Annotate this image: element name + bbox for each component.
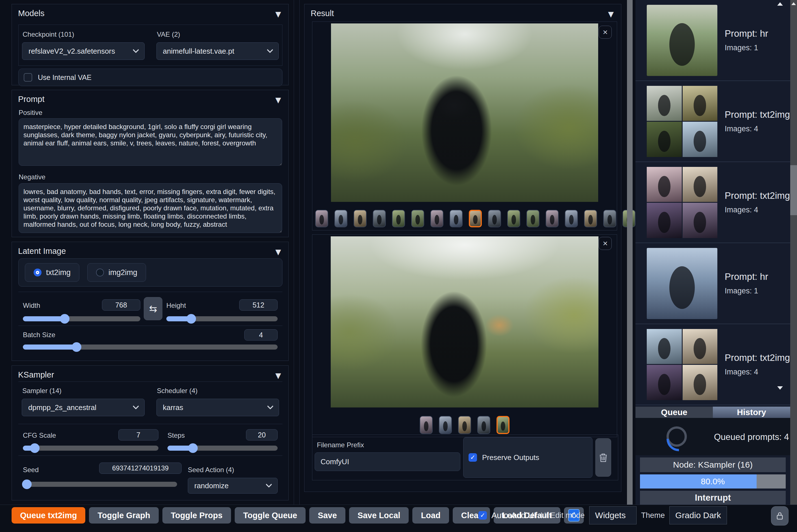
history-item[interactable]: Prompt: hr Images: 1 <box>635 0 790 81</box>
seed-slider[interactable] <box>23 482 177 487</box>
scroll-up-icon[interactable] <box>777 2 783 6</box>
height-slider[interactable] <box>166 316 278 321</box>
radio-selected-icon <box>34 268 41 277</box>
delete-outputs-button[interactable] <box>595 438 611 477</box>
gallery-thumbnail[interactable] <box>354 210 366 227</box>
vae-value: animefull-latest.vae.pt <box>163 47 234 56</box>
history-prompt-label: Prompt: txt2img <box>725 109 790 120</box>
auto-add-ui-checkbox[interactable]: ✓ <box>478 511 487 519</box>
history-item[interactable]: Prompt: hr Images: 1 <box>635 243 790 324</box>
load-button[interactable]: Load <box>412 507 449 524</box>
width-label: Width <box>23 302 40 309</box>
collapse-prompt-icon[interactable]: ▼ <box>276 96 281 104</box>
result-image-card-2: × <box>312 234 617 437</box>
collapse-latent-icon[interactable]: ▼ <box>276 248 281 256</box>
scheduler-select[interactable]: karras <box>156 399 279 416</box>
main-scrollbar[interactable] <box>627 0 633 505</box>
gallery-thumbnail[interactable] <box>431 210 443 227</box>
gallery-thumbnail-selected[interactable] <box>496 416 510 434</box>
width-input[interactable]: 768 <box>102 299 140 310</box>
cfg-scale-input[interactable]: 7 <box>118 429 158 440</box>
gallery-thumbnail[interactable] <box>373 210 386 227</box>
prompt-section: Prompt ▼ Positive masterpiece, hyper det… <box>12 90 289 237</box>
checkpoint-select[interactable]: refslaveV2_v2.safetensors <box>22 42 145 60</box>
use-internal-vae-checkbox[interactable] <box>24 73 32 82</box>
batch-size-slider[interactable] <box>23 344 278 349</box>
scroll-up-icon[interactable] <box>791 2 796 5</box>
gallery-thumbnail[interactable] <box>458 416 471 434</box>
collapse-models-icon[interactable]: ▼ <box>276 10 281 18</box>
steps-slider[interactable] <box>168 445 278 451</box>
widgets-select[interactable]: Widgets <box>589 506 637 525</box>
history-item[interactable]: Prompt: txt2img Images: 4 <box>635 81 790 162</box>
vae-select[interactable]: animefull-latest.vae.pt <box>156 42 279 60</box>
result-image-1[interactable] <box>331 23 598 202</box>
cfg-scale-slider[interactable] <box>23 445 158 451</box>
toggle-graph-button[interactable]: Toggle Graph <box>89 507 158 524</box>
history-item[interactable]: Prompt: txt2img Images: 4 <box>635 162 790 243</box>
cfg-steps-group: CFG Scale 7 Steps 20 <box>18 424 282 455</box>
use-internal-vae-label: Use Internal VAE <box>38 73 92 82</box>
gallery-thumbnail[interactable] <box>546 210 558 227</box>
gallery-thumbnail[interactable] <box>477 416 490 434</box>
interrupt-button[interactable]: Interrupt <box>640 491 786 505</box>
checkpoint-label: Checkpoint (101) <box>23 31 145 38</box>
gallery-thumbnail[interactable] <box>584 210 597 227</box>
negative-prompt-input[interactable]: lowres, bad anatomy, bad hands, text, er… <box>19 183 282 233</box>
gallery-thumbnail[interactable] <box>315 210 328 227</box>
seed-action-select[interactable]: randomize <box>188 478 278 494</box>
window-scrollbar[interactable] <box>790 0 797 505</box>
mode-img2img-radio[interactable]: img2img <box>87 263 146 282</box>
close-image-2-button[interactable]: × <box>599 237 612 250</box>
filename-prefix-input[interactable]: ComfyUI <box>315 452 460 471</box>
tab-history[interactable]: History <box>713 406 790 418</box>
collapse-result-icon[interactable]: ▼ <box>608 10 614 18</box>
gallery-thumbnail[interactable] <box>439 416 452 434</box>
gallery-thumbnail-selected[interactable] <box>469 210 482 227</box>
gallery-thumbnail[interactable] <box>450 210 462 227</box>
scrollbar-thumb[interactable] <box>790 165 797 215</box>
gallery-thumbnail[interactable] <box>392 210 405 227</box>
models-group: Checkpoint (101) refslaveV2_v2.safetenso… <box>18 24 282 66</box>
lock-button[interactable] <box>771 506 789 526</box>
steps-input[interactable]: 20 <box>246 429 278 440</box>
history-thumbnail <box>647 5 717 76</box>
gallery-thumbnail[interactable] <box>420 416 433 434</box>
history-prompt-label: Prompt: txt2img <box>725 190 790 201</box>
gallery-thumbnail[interactable] <box>507 210 520 227</box>
gallery-thumbnail[interactable] <box>488 210 501 227</box>
swap-dimensions-button[interactable]: ⇆ <box>144 297 163 320</box>
scroll-down-icon[interactable] <box>777 386 783 390</box>
close-image-1-button[interactable]: × <box>599 26 612 39</box>
gallery-thumbnail[interactable] <box>411 210 424 227</box>
height-label: Height <box>166 302 186 309</box>
theme-select[interactable]: Gradio Dark <box>669 506 727 525</box>
width-slider[interactable] <box>23 316 140 321</box>
preserve-outputs-row: ✓ Preserve Outputs <box>463 437 592 478</box>
gallery-thumbnail[interactable] <box>527 210 539 227</box>
sampler-select[interactable]: dpmpp_2s_ancestral <box>22 399 145 416</box>
height-input[interactable]: 512 <box>239 299 278 310</box>
history-item[interactable]: Prompt: txt2img Images: 4 <box>635 324 790 405</box>
save-local-button[interactable]: Save Local <box>349 507 409 524</box>
progress-percent-text: 80.0% <box>640 477 786 486</box>
queue-txt2img-button[interactable]: Queue txt2img <box>12 507 85 524</box>
collapse-ksampler-icon[interactable]: ▼ <box>276 371 281 380</box>
history-thumbnail-grid <box>647 167 717 238</box>
save-button[interactable]: Save <box>309 507 345 524</box>
gallery-thumbnail[interactable] <box>335 210 347 227</box>
toggle-props-button[interactable]: Toggle Props <box>163 507 231 524</box>
tab-queue[interactable]: Queue <box>635 406 713 418</box>
sampler-value: dpmpp_2s_ancestral <box>28 403 96 412</box>
gallery-thumbnail[interactable] <box>603 210 616 227</box>
batch-size-input[interactable]: 4 <box>244 329 278 341</box>
lock-icon <box>776 512 783 520</box>
result-title: Result <box>311 9 334 18</box>
mode-txt2img-radio[interactable]: txt2img <box>25 263 79 282</box>
toggle-queue-button[interactable]: Toggle Queue <box>235 507 306 524</box>
result-image-2[interactable] <box>331 236 599 407</box>
positive-prompt-input[interactable]: masterpiece, hyper detailed background, … <box>19 118 282 166</box>
gallery-thumbnail[interactable] <box>565 210 578 227</box>
preserve-outputs-checkbox[interactable]: ✓ <box>469 453 477 462</box>
seed-input[interactable]: 693741274019139 <box>99 462 182 474</box>
